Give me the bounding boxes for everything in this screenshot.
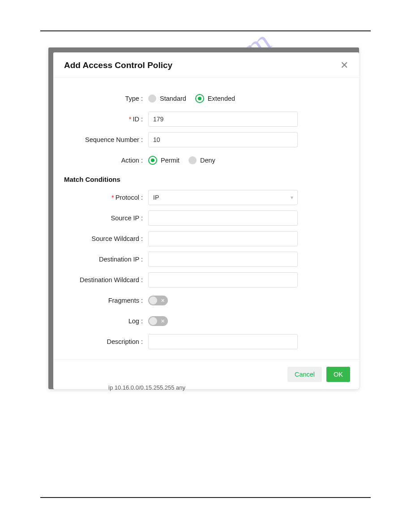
radio-icon xyxy=(148,156,157,165)
toggle-knob xyxy=(149,296,157,305)
destination-wildcard-input[interactable] xyxy=(148,272,298,287)
add-acl-modal: Add Access Control Policy ✕ Type Standar… xyxy=(53,52,359,389)
radio-label: Permit xyxy=(161,157,180,164)
row-action: Action Permit Deny xyxy=(59,152,348,168)
row-id: *ID : xyxy=(59,111,348,127)
type-radio-group: Standard Extended xyxy=(148,94,235,103)
cancel-button[interactable]: Cancel xyxy=(287,367,322,382)
row-source-wildcard: Source Wildcard xyxy=(59,231,348,247)
modal-header: Add Access Control Policy ✕ xyxy=(53,52,359,78)
label-fragments: Fragments xyxy=(59,297,145,304)
action-permit-option[interactable]: Permit xyxy=(148,156,180,165)
id-input[interactable] xyxy=(148,112,298,127)
ok-button[interactable]: OK xyxy=(326,367,350,382)
label-source-ip: Source IP xyxy=(59,215,145,222)
toggle-off-icon: ✕ xyxy=(161,298,165,303)
row-source-ip: Source IP xyxy=(59,210,348,226)
modal-backdrop-frame: Add Access Control Policy ✕ Type Standar… xyxy=(48,47,359,389)
destination-ip-input[interactable] xyxy=(148,252,298,267)
label-action: Action xyxy=(59,157,145,164)
description-input[interactable] xyxy=(148,334,298,349)
label-description: Description xyxy=(59,338,145,345)
modal-footer: Cancel OK xyxy=(53,359,359,389)
radio-icon xyxy=(188,156,197,164)
label-destination-wildcard: Destination Wildcard xyxy=(59,276,145,283)
modal-body: Type Standard Extended *ID : xyxy=(53,78,359,359)
match-conditions-heading: Match Conditions xyxy=(64,176,348,183)
row-description: Description xyxy=(59,334,348,350)
radio-icon xyxy=(195,94,204,103)
bottom-horizontal-rule xyxy=(40,497,371,498)
toggle-knob xyxy=(149,317,157,325)
protocol-select[interactable] xyxy=(148,190,298,205)
label-destination-ip: Destination IP xyxy=(59,256,145,263)
radio-label: Standard xyxy=(160,95,186,102)
modal-title: Add Access Control Policy xyxy=(64,60,172,70)
row-protocol: *Protocol : ▾ xyxy=(59,189,348,206)
type-standard-option[interactable]: Standard xyxy=(148,94,186,103)
close-icon[interactable]: ✕ xyxy=(340,60,348,70)
row-sequence: Sequence Number xyxy=(59,132,348,148)
source-ip-input[interactable] xyxy=(148,210,298,226)
action-deny-option[interactable]: Deny xyxy=(188,156,215,164)
row-dest-wildcard: Destination Wildcard xyxy=(59,272,348,288)
row-log: Log ✕ xyxy=(59,313,348,329)
top-horizontal-rule xyxy=(40,30,371,31)
label-source-wildcard: Source Wildcard xyxy=(59,235,145,242)
label-log: Log xyxy=(59,317,145,325)
sequence-input[interactable] xyxy=(148,132,298,147)
background-table-row: ip 10.16.0.0/0.15.255.255 any xyxy=(108,384,185,391)
label-protocol: *Protocol : xyxy=(59,194,145,201)
fragments-toggle[interactable]: ✕ xyxy=(148,296,168,305)
radio-icon xyxy=(148,94,156,103)
label-sequence: Sequence Number xyxy=(59,136,145,143)
radio-label: Deny xyxy=(200,157,215,164)
source-wildcard-input[interactable] xyxy=(148,231,298,246)
log-toggle[interactable]: ✕ xyxy=(148,316,168,326)
row-dest-ip: Destination IP xyxy=(59,251,348,267)
label-type: Type xyxy=(59,95,145,102)
label-id: *ID : xyxy=(59,116,145,123)
radio-label: Extended xyxy=(208,95,235,102)
action-radio-group: Permit Deny xyxy=(148,156,215,165)
row-type: Type Standard Extended xyxy=(59,90,348,107)
type-extended-option[interactable]: Extended xyxy=(195,94,235,103)
toggle-off-icon: ✕ xyxy=(161,319,165,324)
row-fragments: Fragments ✕ xyxy=(59,292,348,309)
